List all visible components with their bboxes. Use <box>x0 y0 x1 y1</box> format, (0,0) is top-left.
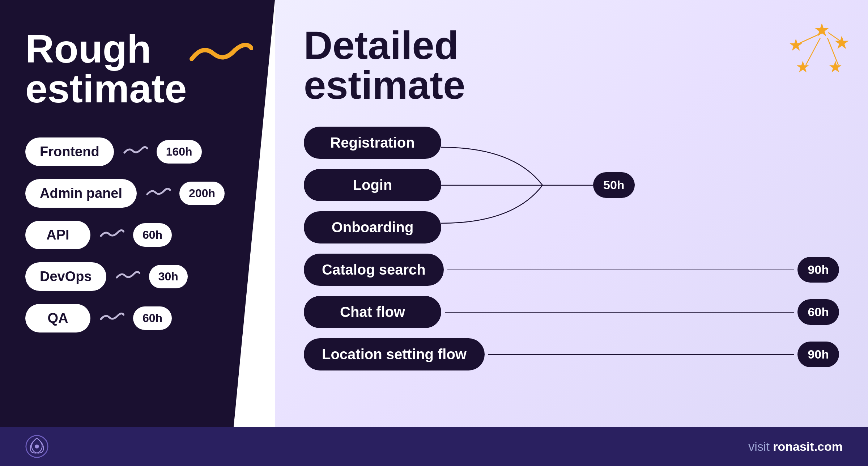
hours-badge: 60h <box>133 223 172 247</box>
merged-group: Registration Login Onboarding 50h <box>304 127 839 243</box>
svg-text:★: ★ <box>828 58 842 76</box>
item-label: Admin panel <box>25 179 137 208</box>
svg-text:★: ★ <box>788 35 803 54</box>
svg-text:★: ★ <box>796 58 810 76</box>
connector-line <box>488 354 794 355</box>
chat-hours: 60h <box>797 299 839 325</box>
item-label: QA <box>25 304 90 332</box>
svg-line-7 <box>806 38 820 65</box>
tilde-decoration-large <box>188 40 253 73</box>
connector-line <box>447 270 794 270</box>
catalog-hours: 90h <box>797 257 839 283</box>
connector-line <box>445 312 794 313</box>
location-hours: 90h <box>797 342 839 367</box>
tilde-icon <box>99 310 124 326</box>
svg-point-11 <box>35 445 39 449</box>
list-item: Admin panel 200h <box>25 179 250 208</box>
login-pill: Login <box>304 169 441 201</box>
list-item: QA 60h <box>25 304 250 332</box>
list-item: Frontend 160h <box>25 137 250 166</box>
svg-text:★: ★ <box>814 22 830 40</box>
logo <box>25 435 48 458</box>
item-label: Frontend <box>25 137 114 166</box>
detail-layout: Registration Login Onboarding 50h Catalo <box>304 127 839 370</box>
hours-badge: 200h <box>179 182 225 205</box>
catalog-search-pill: Catalog search <box>304 254 444 286</box>
merged-hours: 50h <box>593 172 635 198</box>
hours-badge: 30h <box>149 265 188 288</box>
catalog-search-item: Catalog search 90h <box>304 254 839 286</box>
right-title: Detailedestimate <box>304 25 839 105</box>
list-item: API 60h <box>25 221 250 249</box>
logo-icon <box>25 435 48 458</box>
tilde-icon <box>115 269 140 284</box>
tilde-icon <box>99 227 124 243</box>
registration-pill: Registration <box>304 127 441 159</box>
item-label: DevOps <box>25 262 106 291</box>
chat-flow-pill: Chat flow <box>304 296 441 328</box>
merge-connector-svg <box>441 131 593 240</box>
footer: visit ronasit.com <box>0 427 868 466</box>
footer-visit-text: visit ronasit.com <box>748 440 843 454</box>
svg-text:★: ★ <box>834 33 850 53</box>
tilde-icon <box>123 144 148 160</box>
hours-badge: 160h <box>157 140 202 164</box>
footer-site: ronasit.com <box>773 440 843 453</box>
merged-pills: Registration Login Onboarding <box>304 127 441 243</box>
location-flow-pill: Location setting flow <box>304 338 485 370</box>
onboarding-pill: Onboarding <box>304 211 441 243</box>
left-items-list: Frontend 160h Admin panel 200h <box>25 137 250 332</box>
stars-decoration: ★ ★ ★ ★ ★ <box>781 22 839 72</box>
tilde-icon <box>145 186 171 201</box>
hours-badge: 60h <box>133 306 172 330</box>
item-label: API <box>25 221 90 249</box>
chat-flow-item: Chat flow 60h <box>304 296 839 328</box>
location-flow-item: Location setting flow 90h <box>304 338 839 370</box>
right-panel: Detailedestimate ★ ★ ★ ★ ★ <box>275 0 868 427</box>
left-panel: Roughestimate Frontend 160h Admin panel <box>0 0 275 427</box>
list-item: DevOps 30h <box>25 262 250 291</box>
